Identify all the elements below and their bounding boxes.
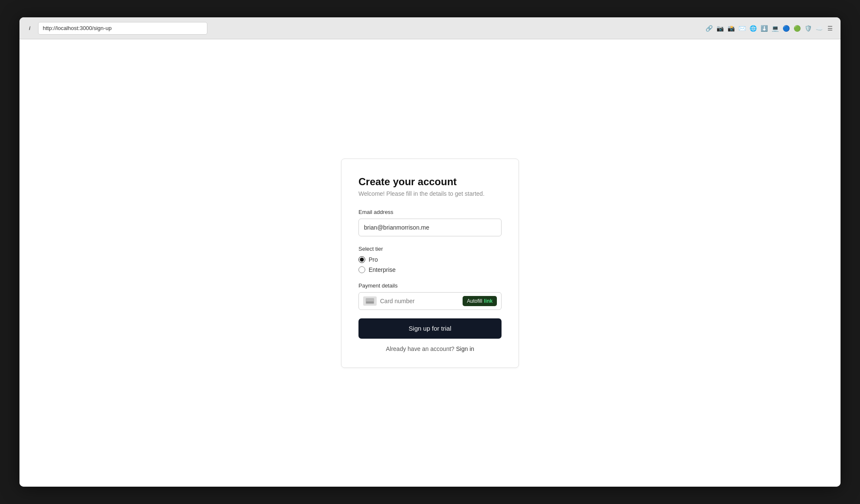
ext-icon-1[interactable]: 📷 [716, 25, 724, 32]
card-number-input[interactable] [380, 298, 459, 304]
card-input-wrapper: Autofill link [358, 292, 502, 310]
ext-icon-11[interactable]: ☰ [826, 25, 834, 32]
link-icon[interactable]: 🔗 [705, 25, 713, 32]
ext-icon-4[interactable]: 🌐 [749, 25, 757, 32]
card-icon [363, 296, 377, 306]
tier-enterprise-label: Enterprise [369, 266, 396, 273]
ext-icon-2[interactable]: 📸 [727, 25, 735, 32]
card-subtitle: Welcome! Please fill in the details to g… [358, 190, 502, 197]
autofill-link: link [484, 298, 493, 304]
browser-content: Create your account Welcome! Please fill… [19, 39, 841, 487]
card-icon-inner [366, 298, 374, 304]
email-input[interactable] [358, 219, 502, 236]
tier-pro-radio[interactable] [358, 256, 365, 263]
signup-button[interactable]: Sign up for trial [358, 318, 502, 339]
tier-pro-option[interactable]: Pro [358, 256, 502, 263]
browser-window: i http://localhost:3000/sign-up 🔗 📷 📸 ✉️… [19, 17, 841, 487]
ext-icon-8[interactable]: 🟢 [793, 25, 801, 32]
toolbar-icons: 🔗 📷 📸 ✉️ 🌐 ⬇️ 💻 🔵 🟢 🛡️ ☁️ ☰ [705, 25, 834, 32]
tier-pro-label: Pro [369, 256, 378, 263]
ext-icon-9[interactable]: 🛡️ [804, 25, 812, 32]
ext-icon-7[interactable]: 🔵 [782, 25, 790, 32]
ext-icon-5[interactable]: ⬇️ [760, 25, 768, 32]
browser-chrome: i http://localhost:3000/sign-up 🔗 📷 📸 ✉️… [19, 17, 841, 39]
url-text: http://localhost:3000/sign-up [43, 25, 112, 31]
tier-enterprise-option[interactable]: Enterprise [358, 266, 502, 273]
signin-section: Already have an account? Sign in [358, 345, 502, 352]
ext-icon-10[interactable]: ☁️ [815, 25, 823, 32]
card-title: Create your account [358, 176, 502, 188]
autofill-text: Autofill [467, 298, 482, 304]
payment-label: Payment details [358, 282, 502, 289]
tier-section: Select tier Pro Enterprise [358, 246, 502, 273]
tier-label: Select tier [358, 246, 502, 252]
signin-text: Already have an account? [386, 345, 455, 352]
signup-button-label: Sign up for trial [409, 325, 452, 332]
ext-icon-6[interactable]: 💻 [771, 25, 779, 32]
payment-section: Payment details Autofill link [358, 282, 502, 310]
email-label: Email address [358, 209, 502, 215]
signin-link[interactable]: Sign in [456, 345, 474, 352]
signup-card: Create your account Welcome! Please fill… [341, 159, 519, 368]
autofill-button[interactable]: Autofill link [463, 296, 497, 306]
ext-icon-3[interactable]: ✉️ [738, 25, 746, 32]
url-bar[interactable]: http://localhost:3000/sign-up [38, 22, 207, 35]
info-icon: i [26, 25, 33, 32]
tier-enterprise-radio[interactable] [358, 266, 365, 273]
